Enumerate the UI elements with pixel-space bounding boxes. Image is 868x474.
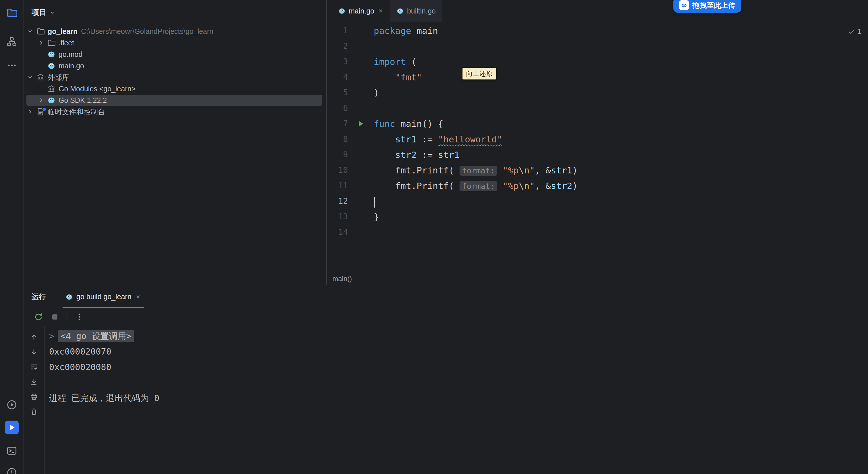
code-line[interactable]: 1package main <box>327 23 868 38</box>
chevron-right-icon[interactable] <box>25 109 35 115</box>
line-number: 13 <box>327 209 348 225</box>
line-number: 6 <box>327 100 348 116</box>
editor-tabbar: main.go builtin.go <box>327 0 868 22</box>
line-number: 11 <box>327 178 348 194</box>
folder-icon <box>35 27 46 35</box>
run-config-tab[interactable]: go build go_learn <box>63 285 144 308</box>
console-line: 进程 已完成，退出代码为 0 <box>49 390 868 406</box>
close-tab-icon[interactable] <box>377 8 384 14</box>
run-toolbar <box>24 308 868 326</box>
up-stack-icon[interactable] <box>30 333 38 341</box>
gutter-space <box>348 69 374 85</box>
console-line: 0xc000020070 <box>49 344 868 359</box>
clear-console-icon[interactable] <box>30 408 38 416</box>
code-editor[interactable]: 1package main23import (4 "fmt"5)67func m… <box>327 22 868 240</box>
tree-item-go-modules[interactable]: Go Modules <go_learn> <box>24 83 327 94</box>
code-line[interactable]: 8 str1 := "helloworld" <box>327 131 868 147</box>
gutter-space <box>348 178 374 194</box>
project-tool-icon[interactable] <box>5 6 19 20</box>
tree-item-go-mod[interactable]: go.mod <box>24 49 327 60</box>
tree-path: C:\Users\meowr\GolandProjects\go_learn <box>81 27 213 36</box>
code-line[interactable]: 10 fmt.Printf( format: "%p\n", &str1) <box>327 162 868 178</box>
gutter-space <box>348 54 374 69</box>
text-caret <box>374 197 375 208</box>
more-tools-icon[interactable] <box>5 59 19 72</box>
notification-badge <box>42 107 46 112</box>
tree-item-main-go[interactable]: main.go <box>24 60 327 71</box>
scratches-icon <box>35 108 46 116</box>
code-line[interactable]: 14 <box>327 225 868 240</box>
terminal-tool-icon[interactable] <box>5 444 19 457</box>
code-line[interactable]: 4 "fmt" <box>327 69 868 85</box>
more-options-button[interactable] <box>75 313 84 321</box>
code-line[interactable]: 13} <box>327 209 868 225</box>
go-sdk-icon <box>46 96 57 104</box>
code-line[interactable]: 11 fmt.Printf( format: "%p\n", &str2) <box>327 178 868 194</box>
line-number: 8 <box>327 131 348 147</box>
run-panel-title: 运行 <box>32 292 46 301</box>
code-line[interactable]: 12 <box>327 194 868 209</box>
code-line[interactable]: 9 str2 := str1 <box>327 147 868 162</box>
tree-item-external-libraries[interactable]: 外部库 <box>24 71 327 83</box>
project-tree: go_learn C:\Users\meowr\GolandProjects\g… <box>24 26 327 117</box>
down-stack-icon[interactable] <box>30 348 38 356</box>
run-tab-label: go build go_learn <box>76 293 131 301</box>
chevron-down-icon[interactable] <box>25 28 35 34</box>
tab-main-go[interactable]: main.go <box>332 0 390 22</box>
library-icon <box>46 85 57 93</box>
go-file-icon <box>338 7 346 14</box>
structure-tool-icon[interactable] <box>5 35 19 49</box>
tree-label: .fleet <box>59 39 74 47</box>
code-line[interactable]: 5) <box>327 85 868 100</box>
code-line[interactable]: 2 <box>327 38 868 54</box>
library-icon <box>35 73 46 81</box>
tree-label: 临时文件和控制台 <box>48 107 105 117</box>
run-tool-icon[interactable] <box>5 421 19 434</box>
breadcrumb[interactable]: main() <box>327 272 868 285</box>
console-toolbar <box>24 326 44 474</box>
go-file-icon <box>46 50 57 58</box>
drag-upload-overlay: ∞ 拖拽至此上传 <box>673 0 741 12</box>
code-line[interactable]: 7func main() { <box>327 116 868 131</box>
line-number: 5 <box>327 85 348 100</box>
project-panel-header[interactable]: 项目 <box>24 0 327 22</box>
gutter-space <box>348 225 374 240</box>
restore-up-tooltip: 向上还原 <box>462 68 496 80</box>
console-line: ><4 go 设置调用> <box>49 328 868 344</box>
run-panel-header: 运行 go build go_learn <box>24 285 868 308</box>
print-icon[interactable] <box>30 393 38 401</box>
line-number: 10 <box>327 162 348 178</box>
services-tool-icon[interactable] <box>5 398 19 412</box>
soft-wrap-icon[interactable] <box>30 363 38 371</box>
line-number: 7 <box>327 116 348 131</box>
chevron-right-icon[interactable] <box>36 97 46 103</box>
gutter-space <box>348 85 374 100</box>
console-prompt-icon[interactable]: > <box>49 331 54 341</box>
code-line[interactable]: 3import ( <box>327 54 868 69</box>
chevron-right-icon[interactable] <box>36 40 46 46</box>
scroll-to-end-icon[interactable] <box>30 378 38 386</box>
line-number: 1 <box>327 23 348 38</box>
go-file-icon <box>396 7 404 14</box>
project-panel: 项目 go_learn C:\Users\meowr\GolandProject… <box>24 0 327 285</box>
console-output[interactable]: ><4 go 设置调用>0xc0000200700xc000020080进程 已… <box>44 326 868 474</box>
help-icon[interactable] <box>5 466 19 474</box>
tab-builtin-go[interactable]: builtin.go <box>390 0 442 22</box>
stop-button[interactable] <box>51 313 59 321</box>
run-gutter-icon[interactable] <box>348 116 374 131</box>
tree-label: 外部库 <box>48 72 69 82</box>
tree-item-fleet[interactable]: .fleet <box>24 37 327 49</box>
tree-item-go-learn[interactable]: go_learn C:\Users\meowr\GolandProjects\g… <box>24 26 327 37</box>
code-line[interactable]: 6 <box>327 100 868 116</box>
inspection-widget[interactable]: 1 <box>848 28 861 36</box>
tab-label: main.go <box>349 7 374 15</box>
tree-item-go-sdk[interactable]: Go SDK 1.22.2 <box>24 94 327 106</box>
breadcrumb-item[interactable]: main() <box>332 275 352 283</box>
tree-item-scratches[interactable]: 临时文件和控制台 <box>24 106 327 117</box>
chevron-down-icon[interactable] <box>25 74 35 80</box>
upload-label: 拖拽至此上传 <box>692 1 735 10</box>
tree-label: Go SDK 1.22.2 <box>59 96 107 105</box>
close-tab-icon[interactable] <box>135 294 141 300</box>
gutter-space <box>348 147 374 162</box>
rerun-button[interactable] <box>34 313 43 322</box>
